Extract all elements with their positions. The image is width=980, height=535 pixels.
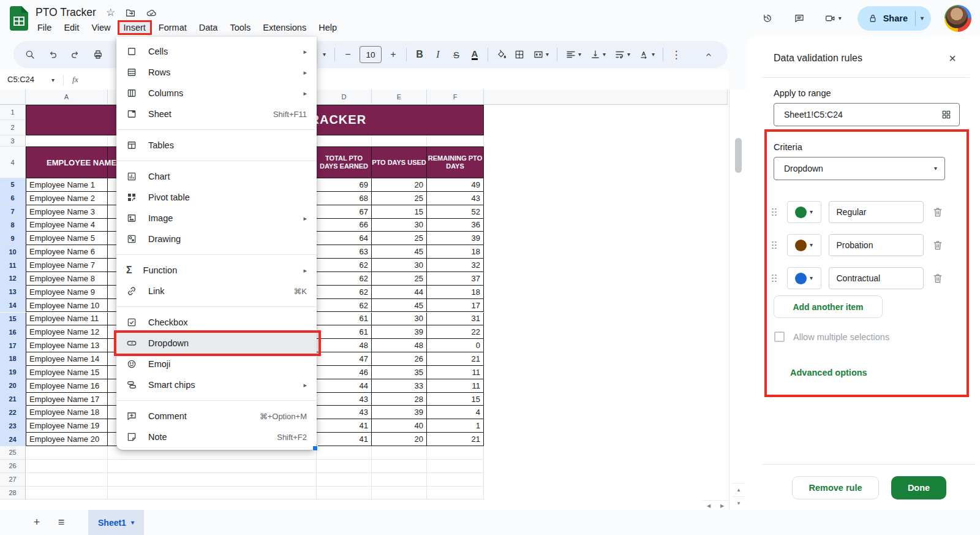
range-input[interactable]: Sheet1!C5:C24 (774, 103, 960, 126)
strikethrough-button[interactable]: S (447, 45, 466, 64)
pto-used-cell[interactable]: 30 (372, 219, 427, 232)
pto-remaining-cell[interactable]: 17 (427, 299, 484, 313)
empty-cell[interactable] (372, 446, 427, 460)
insert-menu-item-link[interactable]: Link⌘K (116, 281, 317, 302)
delete-item-icon[interactable] (932, 239, 944, 251)
empty-cell[interactable] (317, 487, 372, 500)
table-header-cell[interactable]: TOTAL PTO DAYS EARNED (317, 146, 372, 178)
row-header[interactable]: 14 (0, 299, 26, 313)
row-header[interactable]: 22 (0, 406, 26, 419)
row-header[interactable]: 19 (0, 366, 26, 379)
pto-used-cell[interactable]: 30 (372, 259, 427, 272)
empty-cell[interactable] (108, 473, 317, 487)
employee-name-cell[interactable]: Employee Name 4 (26, 219, 108, 232)
menu-view[interactable]: View (86, 20, 116, 35)
employee-name-cell[interactable]: Employee Name 13 (26, 339, 108, 352)
empty-cell[interactable] (108, 460, 317, 473)
employee-name-cell[interactable]: Employee Name 9 (26, 286, 108, 299)
pto-earned-cell[interactable]: 47 (317, 352, 372, 366)
italic-button[interactable]: I (429, 45, 447, 64)
pto-earned-cell[interactable]: 63 (317, 245, 372, 259)
pto-earned-cell[interactable]: 62 (317, 286, 372, 299)
pto-earned-cell[interactable]: 61 (317, 313, 372, 326)
table-header-cell[interactable]: REMAINING PTO DAYS (427, 146, 484, 178)
empty-cell[interactable] (317, 135, 372, 146)
row-header[interactable]: 10 (0, 245, 26, 259)
empty-cell[interactable] (427, 446, 484, 460)
bold-button[interactable]: B (410, 45, 429, 64)
insert-menu-item-drawing[interactable]: Drawing (116, 229, 317, 249)
horizontal-align-button[interactable]: ▾ (561, 45, 586, 64)
pto-remaining-cell[interactable]: 21 (427, 433, 484, 446)
pto-used-cell[interactable]: 48 (372, 339, 427, 352)
insert-menu-item-cells[interactable]: Cells▸ (116, 41, 317, 62)
pto-remaining-cell[interactable]: 31 (427, 313, 484, 326)
table-header-cell[interactable]: PTO DAYS USED (372, 146, 427, 178)
row-header[interactable]: 8 (0, 219, 26, 232)
employee-name-cell[interactable]: Employee Name 15 (26, 366, 108, 379)
name-box-caret-icon[interactable]: ▾ (51, 77, 55, 83)
pto-remaining-cell[interactable]: 32 (427, 259, 484, 272)
empty-cell[interactable] (427, 460, 484, 473)
insert-menu-item-smart-chips[interactable]: Smart chips▸ (116, 374, 317, 395)
pto-used-cell[interactable]: 20 (372, 178, 427, 192)
employee-name-cell[interactable]: Employee Name 3 (26, 205, 108, 219)
collapse-toolbar-button[interactable] (699, 45, 718, 64)
menu-data[interactable]: Data (194, 20, 224, 35)
empty-cell[interactable] (26, 446, 108, 460)
close-panel-icon[interactable]: × (944, 50, 960, 66)
drag-handle-icon[interactable] (772, 241, 777, 249)
pto-used-cell[interactable]: 40 (372, 419, 427, 433)
pto-remaining-cell[interactable]: 52 (427, 205, 484, 219)
row-header[interactable]: 2 (0, 120, 26, 135)
pto-earned-cell[interactable]: 62 (317, 272, 372, 286)
pto-earned-cell[interactable]: 44 (317, 379, 372, 393)
remove-rule-button[interactable]: Remove rule (792, 476, 879, 499)
empty-cell[interactable] (317, 473, 372, 487)
pto-used-cell[interactable]: 33 (372, 379, 427, 393)
delete-item-icon[interactable] (932, 272, 944, 284)
insert-menu-item-rows[interactable]: Rows▸ (116, 62, 317, 83)
pto-remaining-cell[interactable]: 37 (427, 272, 484, 286)
row-header[interactable]: 6 (0, 192, 26, 205)
advanced-options-link[interactable]: Advanced options (790, 368, 867, 378)
pto-remaining-cell[interactable]: 0 (427, 339, 484, 352)
drag-handle-icon[interactable] (772, 275, 777, 283)
pto-earned-cell[interactable]: 68 (317, 192, 372, 205)
row-header[interactable]: 15 (0, 313, 26, 326)
avatar[interactable] (944, 5, 971, 32)
pto-earned-cell[interactable]: 43 (317, 393, 372, 406)
row-header[interactable]: 27 (0, 473, 26, 487)
insert-menu-item-comment[interactable]: Comment⌘+Option+M (116, 406, 317, 427)
row-header[interactable]: 4 (0, 146, 26, 178)
row-header[interactable]: 28 (0, 487, 26, 500)
selection-fill-handle[interactable] (312, 446, 318, 451)
employee-name-cell[interactable]: Employee Name 20 (26, 433, 108, 446)
pto-remaining-cell[interactable]: 39 (427, 232, 484, 245)
empty-cell[interactable] (427, 487, 484, 500)
borders-button[interactable] (510, 45, 529, 64)
delete-item-icon[interactable] (932, 206, 944, 218)
pto-used-cell[interactable]: 25 (372, 192, 427, 205)
all-sheets-button[interactable]: ≡ (49, 516, 74, 529)
employee-name-cell[interactable]: Employee Name 1 (26, 178, 108, 192)
row-header[interactable]: 23 (0, 419, 26, 433)
employee-name-cell[interactable]: Employee Name 10 (26, 299, 108, 313)
pto-remaining-cell[interactable]: 18 (427, 286, 484, 299)
comments-icon[interactable] (790, 9, 809, 28)
employee-name-cell[interactable]: Employee Name 14 (26, 352, 108, 366)
done-button[interactable]: Done (891, 476, 946, 499)
pto-earned-cell[interactable]: 62 (317, 299, 372, 313)
pto-used-cell[interactable]: 45 (372, 245, 427, 259)
empty-cell[interactable] (372, 460, 427, 473)
insert-menu-item-dropdown[interactable]: Dropdown (116, 333, 317, 354)
color-chip-button[interactable]: ▾ (787, 234, 821, 256)
pto-earned-cell[interactable]: 46 (317, 366, 372, 379)
select-range-icon[interactable] (941, 109, 952, 120)
empty-cell[interactable] (26, 473, 108, 487)
merge-cells-button[interactable]: ▾ (529, 45, 553, 64)
undo-icon[interactable] (47, 45, 58, 64)
scroll-down-button[interactable]: ▼ (732, 496, 745, 509)
employee-name-cell[interactable]: Employee Name 5 (26, 232, 108, 245)
menu-extensions[interactable]: Extensions (257, 20, 312, 35)
